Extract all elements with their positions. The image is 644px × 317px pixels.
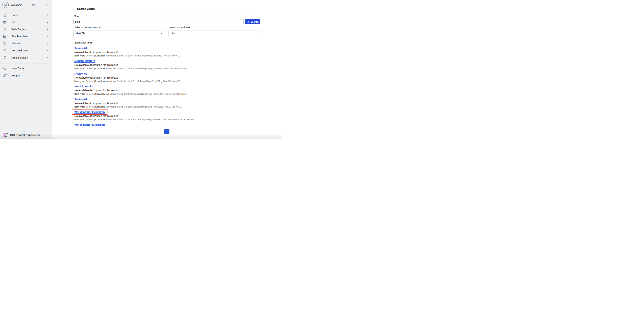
sites-icon <box>3 20 7 24</box>
item-type-value: Content <box>86 80 94 83</box>
result-meta: Item type: Content | Location: Woodburn … <box>73 93 260 95</box>
location-label: Location: <box>96 80 106 83</box>
home-icon <box>3 13 7 17</box>
sidebar-item-administration[interactable]: Administration <box>0 54 52 61</box>
dropdown-caret-icon <box>161 33 162 34</box>
location-value: Woodburn Studio Content Spanish/Blogs/Bl… <box>106 67 187 70</box>
item-type-value: Content <box>86 118 94 121</box>
search-result-item: Helsinki Rocks No available description … <box>73 85 260 95</box>
search-result-item: World Interior Exhibition No available d… <box>73 110 260 121</box>
search-label: Search <box>73 15 260 18</box>
result-description: No available description for this result <box>73 76 260 79</box>
item-type-value: Content <box>86 93 94 95</box>
sidebar-item-label: Administration <box>12 56 28 59</box>
sidebar-item-label: Web Content <box>12 28 26 31</box>
chevron-right-icon[interactable] <box>46 14 49 16</box>
result-meta: Item type: Content | Location: Woodburn … <box>73 118 260 121</box>
result-title-link[interactable]: Modern Interiors <box>74 60 95 62</box>
attribute-select[interactable]: title <box>168 31 260 36</box>
sidebar-item-label: Home <box>12 14 18 17</box>
hcl-dx-logo: HCL Digital Experience <box>3 133 40 137</box>
search-result-item: Review-01 No available description for t… <box>73 98 260 108</box>
search-result-item: Review-02 No available description for t… <box>73 72 260 83</box>
sidebar-item-themes[interactable]: Themes <box>0 40 52 47</box>
result-meta: Item type: Content | Location: Woodburn … <box>73 55 260 57</box>
result-title-link[interactable]: Review-01 <box>74 47 87 50</box>
sidebar-header: wpsadmin <box>0 0 52 10</box>
close-icon[interactable] <box>45 3 48 7</box>
search-row: Search <box>73 19 260 24</box>
sidebar-item-help-center[interactable]: Help Center <box>0 65 52 72</box>
attribute-value: title <box>171 32 175 35</box>
search-result-item: Review-01 No available description for t… <box>73 47 260 57</box>
personalization-icon <box>3 49 7 53</box>
location-label: Location: <box>96 55 106 57</box>
result-meta: Item type: Content | Location: Woodburn … <box>73 67 260 70</box>
sidebar-item-web-content[interactable]: Web Content <box>0 26 52 33</box>
results-summary-term: "blog" <box>86 42 93 44</box>
site-templates-icon <box>3 34 7 38</box>
meta-divider: | <box>94 80 95 83</box>
search-button[interactable]: Search <box>245 19 260 24</box>
search-result-item: Modern Interiors No available descriptio… <box>73 59 260 70</box>
location-label: Location: <box>96 93 106 95</box>
chevron-down-icon[interactable] <box>46 21 49 24</box>
sidebar-item-label: Support <box>12 74 21 77</box>
chevron-right-icon[interactable] <box>46 28 49 31</box>
content-source-select[interactable]: MyWCM <box>73 31 165 36</box>
result-description: No available description for this result <box>73 64 260 67</box>
pagination: 1 <box>73 129 260 134</box>
sidebar-item-label: Personalization <box>12 49 29 52</box>
search-result-item: World Interior Exhibition <box>73 123 260 126</box>
chevron-right-icon[interactable] <box>46 42 49 45</box>
meta-divider: | <box>94 67 95 70</box>
sidebar-footer-nav: Help Center Support <box>0 64 52 79</box>
dropdown-caret-icon <box>256 33 258 34</box>
item-type-label: Item type: <box>74 93 85 95</box>
search-button-label: Search <box>250 21 258 23</box>
result-meta: Item type: Content | Location: Woodburn … <box>73 106 260 108</box>
result-title-link[interactable]: World Interior Exhibition <box>74 111 105 113</box>
overflow-menu-icon[interactable] <box>38 3 42 7</box>
location-label: Location: <box>96 118 106 121</box>
sidebar-item-label: Sites <box>12 21 17 24</box>
result-title-link[interactable]: Helsinki Rocks <box>74 85 93 88</box>
results-divider <box>73 38 260 38</box>
sidebar-item-support[interactable]: Support <box>0 72 52 79</box>
sidebar-nav: Home Sites Web Content <box>0 10 52 61</box>
sidebar-header-icons <box>32 3 48 7</box>
meta-divider: | <box>94 55 95 57</box>
search-icon[interactable] <box>32 3 36 7</box>
result-title-link[interactable]: Review-01 <box>74 98 87 101</box>
results-summary: 32 results for "blog" <box>73 42 260 44</box>
location-label: Location: <box>96 67 106 70</box>
user-avatar-icon[interactable] <box>2 2 9 8</box>
location-value: Woodburn Studio Content Spanish/Blogs/Bl… <box>106 93 186 95</box>
sidebar-item-site-templates[interactable]: Site Templates <box>0 33 52 40</box>
top-divider <box>73 13 260 13</box>
result-title-link[interactable]: World Interior Exhibition <box>74 123 105 126</box>
attribute-label: Select an attribute <box>168 26 260 29</box>
sidebar-item-personalization[interactable]: Personalization <box>0 47 52 54</box>
item-type-label: Item type: <box>74 67 85 70</box>
item-type-value: Content <box>86 106 94 108</box>
location-value: Woodburn Studio Content French/Blogs/Blo… <box>106 118 194 121</box>
pagination-page-1[interactable]: 1 <box>164 129 170 134</box>
web-content-icon <box>3 27 7 31</box>
chevron-right-icon[interactable] <box>46 56 49 59</box>
sidebar-item-label: Help Center <box>12 67 25 70</box>
chevron-right-icon[interactable] <box>46 35 49 38</box>
sidebar-item-home[interactable]: Home <box>0 12 52 19</box>
results-list: Review-01 No available description for t… <box>73 47 260 126</box>
result-title-link[interactable]: Review-02 <box>74 72 87 75</box>
content-source-label: Select a content source <box>73 26 165 29</box>
chevron-right-icon[interactable] <box>46 49 49 52</box>
sidebar-item-label: Themes <box>12 42 21 45</box>
location-value: Woodburn Studio Content French/Blogs/Blo… <box>106 80 180 83</box>
pagination-next-icon[interactable] <box>172 130 175 133</box>
pagination-prev-icon[interactable] <box>159 130 161 133</box>
item-type-value: Content <box>86 67 94 70</box>
search-input[interactable] <box>73 19 244 24</box>
sidebar-item-sites[interactable]: Sites <box>0 19 52 26</box>
content-source-value: MyWCM <box>76 32 85 35</box>
